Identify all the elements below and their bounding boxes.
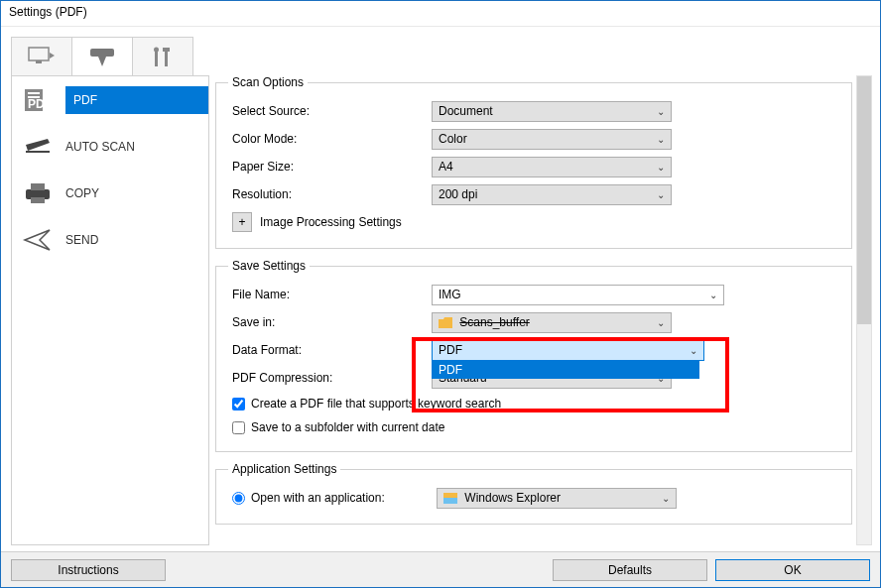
scanner-feed-icon bbox=[88, 47, 116, 68]
sidebar: PDF PDF AUTO SCAN COPY SEND bbox=[11, 75, 209, 545]
color-mode-label: Color Mode: bbox=[228, 132, 432, 146]
data-format-dropdown[interactable]: PDF ⌄ bbox=[432, 340, 704, 361]
defaults-button[interactable]: Defaults bbox=[553, 559, 707, 581]
data-format-value: PDF bbox=[439, 343, 462, 357]
svg-point-4 bbox=[154, 47, 159, 52]
chevron-down-icon: ⌄ bbox=[657, 134, 665, 145]
application-settings-legend: Application Settings bbox=[228, 462, 340, 476]
data-format-label: Data Format: bbox=[228, 343, 432, 357]
resolution-value: 200 dpi bbox=[439, 187, 477, 201]
data-format-option-pdf[interactable]: PDF bbox=[433, 362, 698, 378]
pdf-compression-label: PDF Compression: bbox=[228, 371, 432, 385]
explorer-icon bbox=[443, 491, 457, 505]
chevron-down-icon: ⌄ bbox=[690, 345, 697, 356]
tab-tools[interactable] bbox=[132, 37, 193, 76]
svg-rect-16 bbox=[443, 498, 457, 504]
panel-scrollbar[interactable] bbox=[856, 75, 872, 545]
save-in-label: Save in: bbox=[228, 315, 432, 329]
sidebar-item-autoscan[interactable]: AUTO SCAN bbox=[12, 123, 208, 170]
select-source-value: Document bbox=[439, 104, 493, 118]
svg-text:PDF: PDF bbox=[28, 97, 52, 111]
sidebar-item-label: COPY bbox=[65, 186, 99, 200]
scan-options-group: Scan Options Select Source: Document ⌄ C… bbox=[215, 75, 852, 249]
svg-rect-6 bbox=[163, 48, 170, 52]
svg-rect-1 bbox=[36, 60, 42, 63]
settings-panel: Scan Options Select Source: Document ⌄ C… bbox=[215, 75, 852, 545]
pdf-icon: PDF bbox=[20, 84, 56, 116]
chevron-down-icon: ⌄ bbox=[657, 317, 665, 328]
svg-rect-8 bbox=[28, 92, 40, 94]
svg-rect-14 bbox=[31, 197, 45, 203]
chevron-down-icon: ⌄ bbox=[662, 493, 670, 504]
svg-rect-11 bbox=[26, 151, 50, 153]
paper-size-value: A4 bbox=[439, 160, 453, 174]
paper-size-label: Paper Size: bbox=[228, 160, 432, 174]
chevron-down-icon: ⌄ bbox=[657, 189, 665, 200]
open-with-app-label: Open with an application: bbox=[251, 491, 385, 505]
paper-size-dropdown[interactable]: A4 ⌄ bbox=[432, 157, 672, 177]
open-with-app-value: Windows Explorer bbox=[464, 491, 561, 505]
image-processing-label: Image Processing Settings bbox=[260, 215, 402, 229]
file-name-value: IMG bbox=[439, 288, 461, 301]
plus-icon: + bbox=[238, 215, 245, 229]
scan-options-legend: Scan Options bbox=[228, 75, 308, 89]
tools-icon bbox=[150, 47, 176, 68]
ok-button[interactable]: OK bbox=[715, 559, 870, 581]
scrollbar-thumb[interactable] bbox=[857, 76, 871, 324]
save-in-value: Scans_buffer bbox=[459, 315, 530, 329]
sidebar-item-label: PDF bbox=[73, 93, 97, 107]
sidebar-item-pdf[interactable]: PDF PDF bbox=[12, 76, 208, 123]
subfolder-date-checkbox[interactable] bbox=[232, 421, 245, 434]
monitor-icon bbox=[28, 47, 56, 68]
chevron-down-icon: ⌄ bbox=[657, 106, 665, 117]
select-source-label: Select Source: bbox=[228, 104, 432, 118]
tab-computer[interactable] bbox=[11, 37, 72, 76]
sidebar-item-label: SEND bbox=[65, 233, 98, 247]
save-settings-legend: Save Settings bbox=[228, 259, 310, 273]
dialog-footer: Instructions Defaults OK bbox=[1, 551, 880, 587]
window-title: Settings (PDF) bbox=[1, 1, 880, 27]
select-source-dropdown[interactable]: Document ⌄ bbox=[432, 101, 672, 122]
file-name-label: File Name: bbox=[228, 288, 432, 301]
sidebar-item-copy[interactable]: COPY bbox=[12, 170, 208, 216]
open-with-app-radio[interactable] bbox=[232, 492, 245, 505]
open-with-app-dropdown[interactable]: Windows Explorer ⌄ bbox=[437, 488, 677, 509]
data-format-list: PDF bbox=[432, 361, 699, 379]
svg-rect-0 bbox=[29, 48, 49, 60]
chevron-down-icon: ⌄ bbox=[709, 290, 717, 300]
file-name-combo[interactable]: IMG ⌄ bbox=[432, 285, 724, 305]
svg-rect-2 bbox=[90, 49, 114, 57]
application-settings-group: Application Settings Open with an applic… bbox=[215, 462, 852, 525]
tab-scanner[interactable] bbox=[71, 37, 133, 76]
instructions-button[interactable]: Instructions bbox=[11, 559, 166, 581]
keyword-search-checkbox[interactable] bbox=[232, 398, 245, 411]
resolution-label: Resolution: bbox=[228, 187, 432, 201]
autoscan-icon bbox=[20, 131, 56, 163]
sidebar-item-send[interactable]: SEND bbox=[12, 216, 208, 263]
save-in-dropdown[interactable]: Scans_buffer ⌄ bbox=[432, 312, 672, 333]
color-mode-value: Color bbox=[439, 132, 467, 146]
image-processing-expand-button[interactable]: + bbox=[232, 212, 252, 232]
printer-icon bbox=[20, 177, 56, 209]
color-mode-dropdown[interactable]: Color ⌄ bbox=[432, 129, 672, 150]
resolution-dropdown[interactable]: 200 dpi ⌄ bbox=[432, 184, 672, 205]
send-icon bbox=[20, 224, 56, 256]
keyword-search-label: Create a PDF file that supports keyword … bbox=[251, 397, 501, 411]
folder-icon bbox=[439, 315, 452, 329]
save-settings-group: Save Settings File Name: IMG ⌄ Save in: bbox=[215, 259, 852, 452]
svg-rect-13 bbox=[31, 183, 45, 190]
subfolder-date-label: Save to a subfolder with current date bbox=[251, 420, 444, 434]
sidebar-item-label: AUTO SCAN bbox=[65, 140, 135, 154]
chevron-down-icon: ⌄ bbox=[657, 162, 665, 173]
